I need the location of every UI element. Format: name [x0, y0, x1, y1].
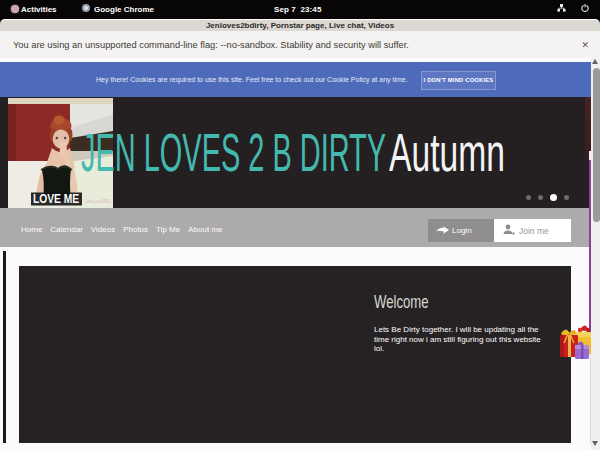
- svg-text:JenLuvs2BD: JenLuvs2BD: [85, 199, 111, 204]
- svg-text:LOVE ME: LOVE ME: [33, 191, 79, 205]
